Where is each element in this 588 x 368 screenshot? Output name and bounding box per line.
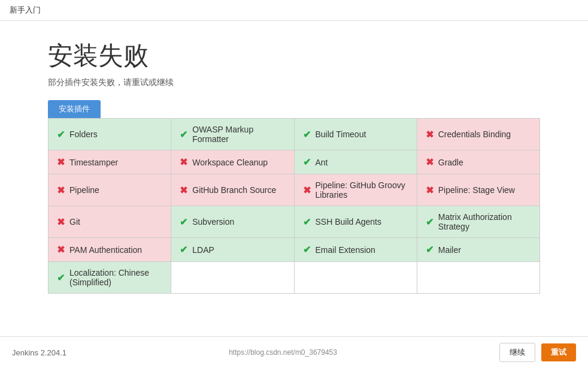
check-icon: ✔ [180,129,187,140]
check-icon: ✔ [57,272,65,283]
plugin-name: Folders [69,129,98,139]
plugin-cell: ✔Mailer [417,238,540,262]
plugin-cell: ✖Timestamper [49,150,171,174]
check-icon: ✔ [303,156,311,168]
footer-url: https://blog.csdn.net/m0_3679453 [66,348,499,357]
top-nav: 新手入门 [0,0,588,21]
plugin-name: Localization: Chinese (Simplified) [69,268,162,287]
plugin-name: Git [69,217,80,227]
nav-label: 新手入门 [10,5,41,14]
plugin-name: Pipeline [69,185,99,195]
check-icon: ✔ [303,129,311,140]
continue-button[interactable]: 继续 [499,343,535,362]
x-icon: ✖ [57,244,65,255]
x-icon: ✖ [426,185,434,196]
plugin-cell-empty [171,262,294,294]
plugin-name: OWASP Markup Formatter [192,125,285,144]
tab-install-plugins[interactable]: 安装插件 [48,100,101,118]
x-icon: ✖ [57,156,65,168]
footer-actions: 继续 重试 [499,343,576,362]
plugin-cell: ✔SSH Build Agents [295,206,417,238]
plugin-cell: ✖Git [49,206,171,238]
jenkins-version: Jenkins 2.204.1 [12,348,66,357]
plugin-cell: ✖PAM Authentication [49,238,171,262]
plugin-cell: ✖Workspace Cleanup [171,150,294,174]
plugin-name: Workspace Cleanup [192,158,268,167]
plugin-cell: ✖GitHub Branch Source [171,174,294,206]
plugin-name: Build Timeout [316,129,366,139]
plugin-cell: ✔Localization: Chinese (Simplified) [49,262,171,294]
main-content: 安装失败 部分插件安装失败，请重试或继续 安装插件 ✔Folders✔OWASP… [0,21,588,336]
plugin-cell: ✖Credentials Binding [417,119,540,150]
page-subtitle: 部分插件安装失败，请重试或继续 [48,77,540,88]
check-icon: ✔ [426,244,434,255]
x-icon: ✖ [180,156,187,168]
plugin-name: Credentials Binding [438,129,511,139]
check-icon: ✔ [303,244,311,255]
plugin-name: Pipeline: Stage View [438,185,515,195]
x-icon: ✖ [303,185,311,196]
plugin-cell-empty [295,262,417,294]
header-section: 安装失败 部分插件安装失败，请重试或继续 [0,21,588,100]
plugin-name: SSH Build Agents [316,217,382,227]
plugin-name: GitHub Branch Source [192,185,276,195]
check-icon: ✔ [180,216,187,228]
plugin-cell: ✖Pipeline: Stage View [417,174,540,206]
plugin-cell: ✔OWASP Markup Formatter [171,119,294,150]
plugin-name: Gradle [438,158,463,167]
retry-button[interactable]: 重试 [541,343,576,361]
x-icon: ✖ [57,216,65,228]
page-title: 安装失败 [48,39,540,73]
plugin-name: Mailer [438,245,461,255]
plugin-cell: ✖Gradle [417,150,540,174]
check-icon: ✔ [180,244,187,255]
plugin-cell: ✖Pipeline [49,174,171,206]
plugin-cell: ✖Pipeline: GitHub Groovy Libraries [295,174,417,206]
plugin-cell: ✔Build Timeout [295,119,417,150]
plugin-cell: ✔Folders [49,119,171,150]
plugin-cell: ✔Ant [295,150,417,174]
plugin-name: Matrix Authorization Strategy [438,212,531,231]
plugin-cell: ✔Matrix Authorization Strategy [417,206,540,238]
plugin-name: PAM Authentication [69,245,142,255]
footer: Jenkins 2.204.1 https://blog.csdn.net/m0… [0,336,588,368]
plugin-name: LDAP [192,245,214,255]
x-icon: ✖ [426,129,434,140]
plugin-cell: ✔Email Extension [295,238,417,262]
plugin-name: Email Extension [316,245,375,255]
plugins-grid-container: ✔Folders✔OWASP Markup Formatter✔Build Ti… [0,118,588,294]
plugin-cell-empty [417,262,540,294]
x-icon: ✖ [180,185,187,196]
plugin-name: Ant [316,158,328,167]
tab-bar: 安装插件 [0,100,588,118]
plugin-cell: ✔LDAP [171,238,294,262]
x-icon: ✖ [57,185,65,196]
plugins-grid: ✔Folders✔OWASP Markup Formatter✔Build Ti… [48,118,540,294]
check-icon: ✔ [303,216,311,228]
x-icon: ✖ [426,156,434,168]
plugin-name: Timestamper [69,158,118,167]
plugin-name: Subversion [192,217,234,227]
plugin-name: Pipeline: GitHub Groovy Libraries [316,180,408,200]
plugin-cell: ✔Subversion [171,206,294,238]
check-icon: ✔ [57,129,65,140]
check-icon: ✔ [426,216,434,228]
